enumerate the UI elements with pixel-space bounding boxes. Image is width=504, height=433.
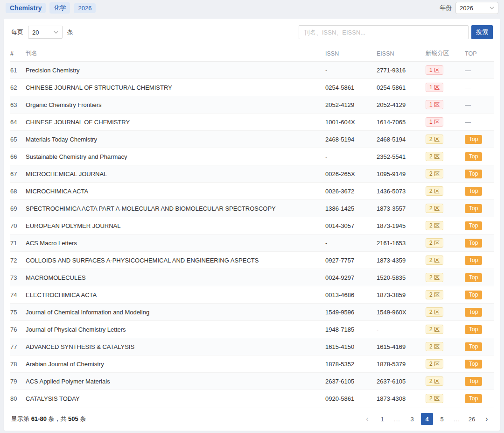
issn-value: 2468-5194 bbox=[325, 136, 377, 143]
page-button-5[interactable]: 5 bbox=[436, 413, 448, 425]
table-row[interactable]: 67 MICROCHEMICAL JOURNAL 0026-265X 1095-… bbox=[10, 165, 494, 183]
table-row[interactable]: 62 CHINESE JOURNAL OF STRUCTURAL CHEMIST… bbox=[10, 79, 494, 96]
top-cell: Top bbox=[465, 204, 494, 213]
issn-value: 0927-7757 bbox=[325, 257, 377, 264]
journal-list-card: 每页 20 条 搜索 # 刊名 ISSN EISSN 新锐分区 TOP 61 P… bbox=[4, 19, 500, 431]
zone-cell: 2 区 bbox=[426, 238, 465, 248]
search-input[interactable] bbox=[299, 25, 469, 39]
per-page-select[interactable]: 20 bbox=[28, 26, 63, 39]
eissn-value: 2771-9316 bbox=[377, 67, 426, 74]
page-button-4[interactable]: 4 bbox=[421, 413, 433, 425]
zone-cell: 2 区 bbox=[426, 376, 465, 386]
list-toolbar: 每页 20 条 搜索 bbox=[4, 19, 500, 46]
table-row[interactable]: 69 SPECTROCHIMICA ACTA PART A-MOLECULAR … bbox=[10, 200, 494, 217]
journal-name[interactable]: MICROCHEMICAL JOURNAL bbox=[26, 170, 325, 177]
search-button[interactable]: 搜索 bbox=[471, 25, 493, 39]
eissn-value: 1873-4359 bbox=[377, 257, 426, 264]
journal-name[interactable]: Journal of Physical Chemistry Letters bbox=[26, 326, 325, 333]
chevron-down-icon bbox=[54, 30, 58, 35]
eissn-value: 2052-4129 bbox=[377, 101, 426, 108]
table-row[interactable]: 74 ELECTROCHIMICA ACTA 0013-4686 1873-38… bbox=[10, 286, 494, 304]
tag-category-chemistry[interactable]: Chemistry bbox=[6, 3, 46, 13]
pagination: ‹1...345...26› bbox=[361, 413, 493, 425]
zone-cell: 2 区 bbox=[426, 394, 465, 403]
table-row[interactable]: 61 Precision Chemistry - 2771-9316 1 区 — bbox=[10, 62, 494, 79]
journal-name[interactable]: ACS Macro Letters bbox=[26, 240, 325, 247]
table-row[interactable]: 79 ACS Applied Polymer Materials 2637-61… bbox=[10, 373, 494, 390]
table-row[interactable]: 77 ADVANCED SYNTHESIS & CATALYSIS 1615-4… bbox=[10, 338, 494, 355]
top-badge: Top bbox=[465, 239, 482, 248]
year-select[interactable]: 2026 bbox=[455, 2, 498, 14]
top-badge: Top bbox=[465, 170, 482, 178]
per-page-unit-label: 条 bbox=[67, 28, 73, 36]
eissn-value: 1520-5835 bbox=[377, 274, 426, 281]
page-button-3[interactable]: 3 bbox=[406, 413, 418, 425]
tag-year[interactable]: 2026 bbox=[74, 3, 96, 13]
journal-name[interactable]: CATALYSIS TODAY bbox=[26, 395, 325, 402]
zone-cell: 2 区 bbox=[426, 152, 465, 161]
card-footer: 显示第 61-80 条，共 505 条 ‹1...345...26› bbox=[4, 407, 500, 431]
journal-name[interactable]: Materials Today Chemistry bbox=[26, 136, 325, 143]
zone-cell: 2 区 bbox=[426, 169, 465, 178]
table-row[interactable]: 75 Journal of Chemical Information and M… bbox=[10, 304, 494, 321]
table-row[interactable]: 73 MACROMOLECULES 0024-9297 1520-5835 2 … bbox=[10, 269, 494, 286]
journal-name[interactable]: Organic Chemistry Frontiers bbox=[26, 101, 325, 108]
top-dash: — bbox=[465, 84, 471, 91]
prev-page-button[interactable]: ‹ bbox=[361, 413, 373, 425]
table-row[interactable]: 78 Arabian Journal of Chemistry 1878-535… bbox=[10, 355, 494, 373]
issn-value: 1386-1425 bbox=[325, 205, 377, 212]
journal-name[interactable]: MICROCHIMICA ACTA bbox=[26, 188, 325, 195]
journal-name[interactable]: CHINESE JOURNAL OF STRUCTURAL CHEMISTRY bbox=[26, 84, 325, 91]
table-row[interactable]: 64 CHINESE JOURNAL OF CHEMISTRY 1001-604… bbox=[10, 114, 494, 131]
table-header: # 刊名 ISSN EISSN 新锐分区 TOP bbox=[10, 46, 494, 62]
zone-cell: 2 区 bbox=[426, 204, 465, 213]
col-header-top: TOP bbox=[465, 50, 494, 57]
top-cell: Top bbox=[465, 273, 494, 282]
table-row[interactable]: 63 Organic Chemistry Frontiers 2052-4129… bbox=[10, 96, 494, 114]
tag-category-chinese[interactable]: 化学 bbox=[49, 2, 70, 14]
top-cell: Top bbox=[465, 394, 494, 403]
summary-middle: 条，共 bbox=[47, 415, 68, 422]
row-index: 62 bbox=[10, 84, 26, 91]
eissn-value: 0254-5861 bbox=[377, 84, 426, 91]
journal-name[interactable]: Journal of Chemical Information and Mode… bbox=[26, 309, 325, 316]
table-row[interactable]: 68 MICROCHIMICA ACTA 0026-3672 1436-5073… bbox=[10, 183, 494, 200]
table-row[interactable]: 80 CATALYSIS TODAY 0920-5861 1873-4308 2… bbox=[10, 390, 494, 407]
top-dash: — bbox=[465, 101, 471, 108]
journal-name[interactable]: Precision Chemistry bbox=[26, 67, 325, 74]
next-page-button[interactable]: › bbox=[481, 413, 493, 425]
zone-badge: 1 区 bbox=[426, 100, 443, 109]
page-button-1[interactable]: 1 bbox=[376, 413, 388, 425]
table-row[interactable]: 72 COLLOIDS AND SURFACES A-PHYSICOCHEMIC… bbox=[10, 252, 494, 269]
journal-name[interactable]: Arabian Journal of Chemistry bbox=[26, 361, 325, 368]
table-row[interactable]: 70 EUROPEAN POLYMER JOURNAL 0014-3057 18… bbox=[10, 217, 494, 234]
issn-value: 0920-5861 bbox=[325, 395, 377, 402]
search-area: 搜索 bbox=[299, 25, 493, 39]
table-row[interactable]: 76 Journal of Physical Chemistry Letters… bbox=[10, 321, 494, 338]
top-dash: — bbox=[465, 67, 471, 74]
journal-name[interactable]: ADVANCED SYNTHESIS & CATALYSIS bbox=[26, 343, 325, 350]
journal-name[interactable]: SPECTROCHIMICA ACTA PART A-MOLECULAR AND… bbox=[26, 205, 325, 212]
summary-range: 61-80 bbox=[31, 415, 47, 422]
top-cell: Top bbox=[465, 170, 494, 178]
journal-name[interactable]: ACS Applied Polymer Materials bbox=[26, 378, 325, 385]
table-row[interactable]: 71 ACS Macro Letters - 2161-1653 2 区 Top bbox=[10, 234, 494, 252]
col-header-eissn: EISSN bbox=[377, 50, 426, 57]
row-index: 78 bbox=[10, 361, 26, 368]
top-badge: Top bbox=[465, 135, 482, 144]
journal-name[interactable]: Sustainable Chemistry and Pharmacy bbox=[26, 153, 325, 160]
row-index: 68 bbox=[10, 188, 26, 195]
eissn-value: 1873-3557 bbox=[377, 205, 426, 212]
journal-name[interactable]: CHINESE JOURNAL OF CHEMISTRY bbox=[26, 119, 325, 126]
table-row[interactable]: 65 Materials Today Chemistry 2468-5194 2… bbox=[10, 131, 494, 148]
top-cell: Top bbox=[465, 291, 494, 299]
page-button-26[interactable]: 26 bbox=[466, 413, 478, 425]
journal-name[interactable]: EUROPEAN POLYMER JOURNAL bbox=[26, 222, 325, 229]
zone-badge: 2 区 bbox=[426, 135, 443, 144]
journal-name[interactable]: ELECTROCHIMICA ACTA bbox=[26, 291, 325, 298]
result-summary: 显示第 61-80 条，共 505 条 bbox=[11, 415, 86, 423]
journal-name[interactable]: COLLOIDS AND SURFACES A-PHYSICOCHEMICAL … bbox=[26, 257, 325, 264]
journal-name[interactable]: MACROMOLECULES bbox=[26, 274, 325, 281]
table-row[interactable]: 66 Sustainable Chemistry and Pharmacy - … bbox=[10, 148, 494, 165]
col-header-index: # bbox=[10, 50, 26, 57]
